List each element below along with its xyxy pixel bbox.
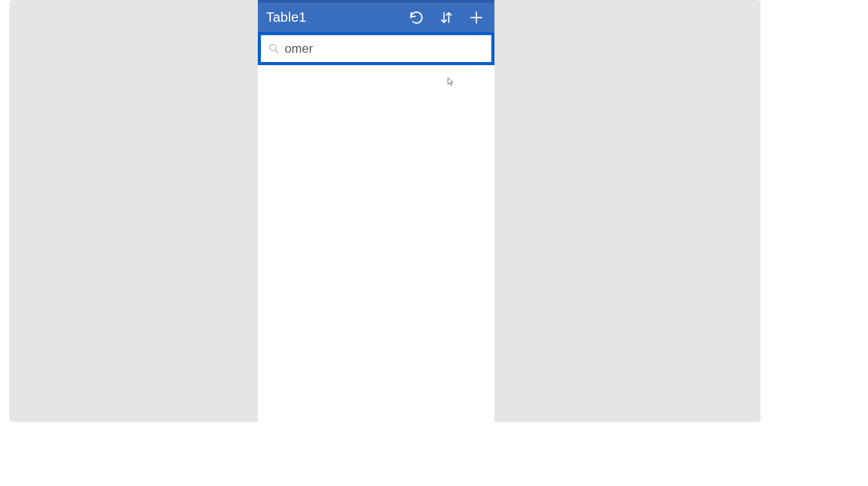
search-field[interactable]	[261, 35, 491, 62]
refresh-button[interactable]	[401, 3, 431, 32]
results-area	[258, 65, 494, 427]
search-field-focus-ring	[258, 32, 494, 65]
title-bar: Table1	[258, 0, 494, 32]
sort-icon	[439, 10, 454, 25]
svg-line-5	[275, 50, 278, 53]
refresh-icon	[409, 10, 424, 25]
plus-icon	[469, 10, 484, 25]
screen-title: Table1	[266, 9, 401, 25]
sort-button[interactable]	[431, 3, 461, 32]
app-panel: Table1	[258, 0, 494, 427]
add-button[interactable]	[461, 3, 491, 32]
search-icon	[266, 43, 282, 54]
search-input[interactable]	[285, 41, 486, 56]
